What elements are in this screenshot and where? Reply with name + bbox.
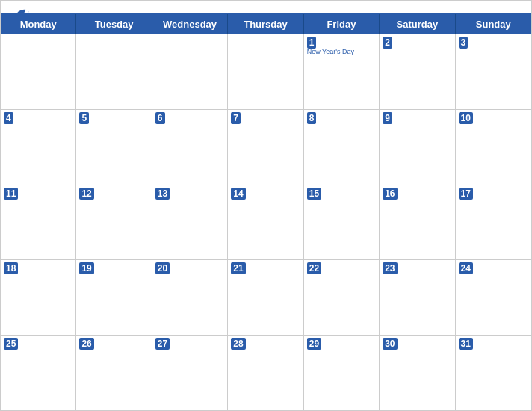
day-number: 6 — [155, 112, 165, 124]
day-number: 1 — [307, 37, 317, 49]
day-cell: 16 — [380, 185, 455, 260]
day-cell: 5 — [76, 110, 152, 185]
day-number: 31 — [459, 338, 473, 350]
day-cell — [228, 34, 303, 109]
day-cell: 18 — [1, 260, 76, 335]
day-cell: 3 — [456, 34, 531, 109]
day-cell — [1, 34, 76, 109]
week-row-2: 45678910 — [1, 110, 531, 185]
holiday-label: New Year's Day — [307, 48, 354, 56]
weeks-container: 1New Year's Day2345678910111213141516171… — [1, 34, 531, 410]
day-cell: 26 — [76, 336, 152, 410]
day-header-thursday: Thursday — [228, 14, 303, 34]
day-cell: 25 — [1, 336, 76, 410]
day-number: 14 — [231, 188, 245, 200]
day-headers-row: MondayTuesdayWednesdayThursdayFridaySatu… — [1, 14, 531, 34]
day-number: 22 — [307, 262, 321, 274]
day-number: 10 — [459, 112, 473, 124]
day-cell: 13 — [152, 185, 228, 260]
day-cell: 20 — [152, 260, 228, 335]
day-cell: 1New Year's Day — [304, 34, 380, 109]
day-cell: 21 — [228, 260, 303, 335]
day-number: 2 — [383, 37, 392, 49]
day-cell: 2 — [380, 34, 455, 109]
day-cell: 24 — [456, 260, 531, 335]
day-number: 27 — [155, 338, 170, 350]
day-number: 16 — [383, 188, 397, 200]
day-cell: 31 — [456, 336, 531, 410]
day-cell: 10 — [456, 110, 531, 185]
day-header-sunday: Sunday — [456, 14, 531, 34]
week-row-1: 1New Year's Day23 — [1, 34, 531, 110]
day-number: 8 — [307, 112, 317, 124]
day-header-saturday: Saturday — [380, 14, 455, 34]
day-number: 7 — [231, 112, 241, 124]
day-number: 29 — [307, 338, 321, 350]
day-cell — [76, 34, 152, 109]
day-number: 25 — [4, 338, 18, 350]
day-cell: 7 — [228, 110, 303, 185]
day-cell: 30 — [380, 336, 455, 410]
day-number: 18 — [4, 262, 18, 274]
day-number: 12 — [79, 188, 93, 200]
logo-bird-icon — [13, 7, 29, 20]
day-number: 17 — [459, 188, 473, 200]
logo-blue — [13, 7, 31, 20]
day-number: 4 — [4, 112, 13, 124]
day-cell: 17 — [456, 185, 531, 260]
day-cell: 15 — [304, 185, 380, 260]
day-cell: 11 — [1, 185, 76, 260]
day-cell: 19 — [76, 260, 152, 335]
day-header-friday: Friday — [304, 14, 380, 34]
day-number: 20 — [155, 262, 170, 274]
day-number: 11 — [4, 188, 18, 200]
day-number: 9 — [383, 112, 392, 124]
day-header-wednesday: Wednesday — [152, 14, 228, 34]
week-row-4: 18192021222324 — [1, 260, 531, 336]
day-number: 28 — [231, 338, 245, 350]
day-number: 24 — [459, 262, 473, 274]
day-number: 30 — [383, 338, 397, 350]
day-number: 15 — [307, 188, 321, 200]
day-cell: 4 — [1, 110, 76, 185]
day-cell: 14 — [228, 185, 303, 260]
calendar-grid: MondayTuesdayWednesdayThursdayFridaySatu… — [1, 13, 531, 410]
day-number: 23 — [383, 262, 397, 274]
day-cell: 23 — [380, 260, 455, 335]
day-number: 19 — [79, 262, 93, 274]
calendar-container: MondayTuesdayWednesdayThursdayFridaySatu… — [0, 0, 532, 411]
day-cell: 28 — [228, 336, 303, 410]
day-cell: 8 — [304, 110, 380, 185]
calendar-header — [1, 1, 531, 13]
day-number: 21 — [231, 262, 245, 274]
day-cell: 29 — [304, 336, 380, 410]
day-cell: 12 — [76, 185, 152, 260]
day-number: 5 — [79, 112, 89, 124]
day-cell: 27 — [152, 336, 228, 410]
day-number: 26 — [79, 338, 93, 350]
day-number: 13 — [155, 188, 170, 200]
day-number: 3 — [459, 37, 468, 49]
logo — [13, 7, 31, 20]
week-row-3: 11121314151617 — [1, 185, 531, 261]
week-row-5: 25262728293031 — [1, 336, 531, 410]
day-cell: 9 — [380, 110, 455, 185]
day-header-tuesday: Tuesday — [76, 14, 152, 34]
day-cell — [152, 34, 228, 109]
day-cell: 6 — [152, 110, 228, 185]
day-cell: 22 — [304, 260, 380, 335]
